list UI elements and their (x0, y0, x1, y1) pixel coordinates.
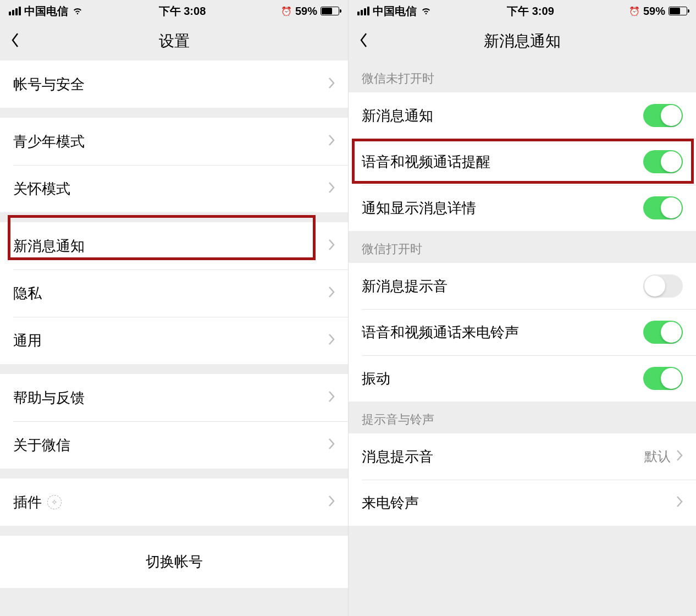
chevron-right-icon (328, 182, 335, 196)
cell-account-security[interactable]: 帐号与安全 (0, 61, 348, 108)
cell-new-message-notify[interactable]: 新消息通知 (0, 222, 348, 270)
chevron-right-icon (328, 333, 335, 348)
cell-label: 消息提示音 (362, 447, 433, 466)
status-bar: 中国电信 下午 3:09 ⏰ 59% (349, 0, 696, 22)
status-left: 中国电信 (357, 4, 432, 19)
chevron-right-icon (328, 286, 335, 300)
carrier-text: 中国电信 (373, 4, 417, 19)
cell-plugins[interactable]: 插件✧ (0, 479, 348, 526)
cell-label: 振动 (362, 369, 390, 388)
cell-value: 默认 (644, 448, 671, 465)
section-header: 微信未打开时 (349, 61, 696, 92)
back-button[interactable] (5, 27, 25, 56)
right-screen: 中国电信 下午 3:09 ⏰ 59% 新消息通知 微信未打开时 新消息通知 语音… (348, 0, 696, 616)
battery-icon (321, 7, 339, 15)
wifi-icon (71, 5, 84, 18)
cell-label: 帮助与反馈 (13, 388, 85, 408)
cell-label: 帐号与安全 (13, 75, 85, 94)
toggle-switch[interactable] (643, 321, 683, 344)
cell-help-feedback[interactable]: 帮助与反馈 (0, 374, 348, 421)
cell-youth-mode[interactable]: 青少年模式 (0, 118, 348, 165)
page-title: 设置 (159, 31, 190, 52)
settings-list: 帐号与安全 青少年模式 关怀模式 新消息通知 隐私 通用 帮助与反馈 关于微信 … (0, 61, 348, 588)
chevron-right-icon (328, 391, 335, 405)
cell-care-mode[interactable]: 关怀模式 (0, 165, 348, 212)
signal-icon (357, 7, 369, 15)
cell-label: 隐私 (13, 284, 42, 303)
cell-label: 语音和视频通话提醒 (362, 152, 490, 172)
alarm-icon: ⏰ (281, 6, 292, 16)
signal-icon (9, 7, 21, 15)
status-time: 下午 3:09 (507, 4, 554, 19)
toggle-switch[interactable] (643, 274, 683, 298)
cell-label: 插件✧ (13, 493, 62, 512)
cell-label: 来电铃声 (362, 493, 419, 513)
chevron-right-icon (676, 449, 683, 464)
cell-show-detail[interactable]: 通知显示消息详情 (349, 185, 696, 231)
cell-label: 关于微信 (13, 436, 70, 455)
cell-msg-sound[interactable]: 新消息提示音 (349, 263, 696, 309)
nav-bar: 新消息通知 (349, 22, 696, 61)
wifi-icon (420, 5, 432, 18)
alarm-icon: ⏰ (629, 6, 640, 16)
cell-label: 通用 (13, 331, 42, 350)
cell-voice-video-alert[interactable]: 语音和视频通话提醒 (349, 139, 696, 185)
notification-list: 微信未打开时 新消息通知 语音和视频通话提醒 通知显示消息详情 微信打开时 新消… (349, 61, 696, 526)
chevron-right-icon (328, 239, 335, 253)
cell-label: 新消息提示音 (362, 277, 448, 296)
cell-call-ringtone[interactable]: 来电铃声 (349, 480, 696, 526)
toggle-switch[interactable] (643, 367, 683, 390)
cell-label: 通知显示消息详情 (362, 199, 476, 218)
left-screen: 中国电信 下午 3:08 ⏰ 59% 设置 帐号与安全 青少年模式 关怀模式 新… (0, 0, 348, 616)
toggle-switch[interactable] (643, 196, 683, 219)
battery-icon (669, 7, 687, 15)
status-left: 中国电信 (9, 4, 84, 19)
carrier-text: 中国电信 (24, 4, 68, 19)
battery-text: 59% (295, 5, 317, 18)
switch-account-button[interactable]: 切换帐号 (0, 536, 348, 588)
cell-label: 青少年模式 (13, 132, 85, 151)
chevron-right-icon (676, 496, 683, 510)
section-header: 提示音与铃声 (349, 402, 696, 433)
cell-about-wechat[interactable]: 关于微信 (0, 421, 348, 469)
status-bar: 中国电信 下午 3:08 ⏰ 59% (0, 0, 348, 22)
cell-voice-ringtone[interactable]: 语音和视频通话来电铃声 (349, 309, 696, 355)
switch-account-label: 切换帐号 (146, 553, 203, 570)
cell-label: 语音和视频通话来电铃声 (362, 323, 519, 342)
cell-new-msg-toggle[interactable]: 新消息通知 (349, 92, 696, 139)
back-button[interactable] (354, 27, 374, 56)
page-title: 新消息通知 (484, 31, 561, 52)
status-right: ⏰ 59% (629, 5, 687, 18)
cell-privacy[interactable]: 隐私 (0, 270, 348, 317)
status-time: 下午 3:08 (159, 4, 206, 19)
cell-label: 新消息通知 (13, 237, 85, 256)
cell-vibrate[interactable]: 振动 (349, 355, 696, 402)
cell-msg-tone[interactable]: 消息提示音默认 (349, 433, 696, 480)
cell-general[interactable]: 通用 (0, 317, 348, 364)
status-right: ⏰ 59% (281, 5, 339, 18)
chevron-right-icon (328, 438, 335, 452)
nav-bar: 设置 (0, 22, 348, 61)
plugin-icon: ✧ (47, 495, 62, 509)
section-header: 微信打开时 (349, 231, 696, 263)
toggle-switch[interactable] (643, 150, 683, 173)
cell-label: 新消息通知 (362, 106, 433, 125)
battery-text: 59% (643, 5, 665, 18)
cell-label: 关怀模式 (13, 179, 70, 199)
chevron-right-icon (328, 495, 335, 509)
chevron-right-icon (328, 77, 335, 91)
chevron-right-icon (328, 134, 335, 148)
toggle-switch[interactable] (643, 104, 683, 127)
